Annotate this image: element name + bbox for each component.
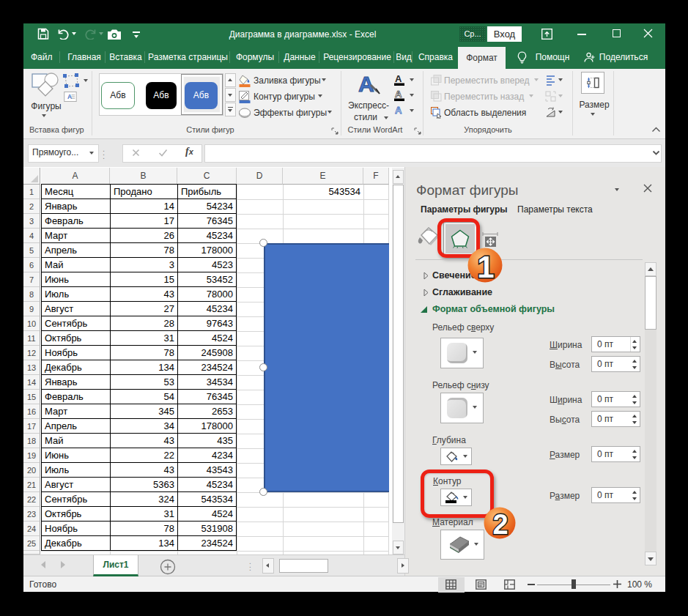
svg-text:А: А bbox=[358, 73, 374, 96]
svg-text:A: A bbox=[67, 93, 72, 100]
svg-text:2: 2 bbox=[492, 509, 508, 539]
svg-text:А: А bbox=[395, 105, 402, 116]
svg-text:А: А bbox=[395, 73, 402, 84]
svg-text:1: 1 bbox=[477, 250, 494, 283]
svg-text:А: А bbox=[395, 89, 402, 100]
